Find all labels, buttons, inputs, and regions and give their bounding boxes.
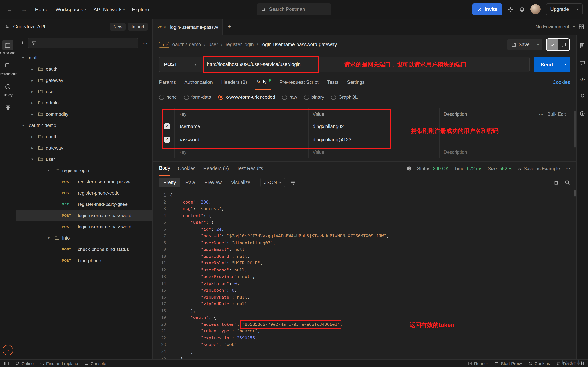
- documentation-icon[interactable]: [579, 43, 585, 49]
- tree-collection-oauth2-demo[interactable]: ▾oauth2-demo: [16, 120, 152, 131]
- kv-key-cell[interactable]: password: [174, 133, 308, 146]
- tree-folder-user[interactable]: ▸user: [16, 86, 152, 97]
- table-options-icon[interactable]: ⋯: [539, 111, 544, 117]
- save-as-example-button[interactable]: Save as Example: [517, 166, 560, 171]
- format-selector[interactable]: JSON ▾: [260, 178, 285, 187]
- find-and-replace-button[interactable]: Find and replace: [40, 361, 78, 366]
- notifications-bell-icon[interactable]: [519, 6, 525, 12]
- radio-selected-icon[interactable]: [218, 95, 223, 100]
- rail-collections[interactable]: Collections: [0, 40, 15, 55]
- breadcrumb-subfolder[interactable]: register-login: [225, 42, 254, 47]
- tree-folder-commodity[interactable]: ▸commodity: [16, 108, 152, 120]
- tree-request-register-phone-code[interactable]: POSTregister-phone-code: [16, 187, 152, 199]
- view-raw[interactable]: Raw: [181, 178, 199, 187]
- tree-collection-mall[interactable]: ▾mall: [16, 52, 152, 63]
- upgrade-dropdown[interactable]: ▾: [573, 4, 582, 15]
- save-dropdown[interactable]: ▾: [534, 39, 542, 50]
- kv-description-cell[interactable]: [440, 133, 570, 146]
- response-tab-cookies[interactable]: Cookies: [178, 162, 195, 175]
- response-options-icon[interactable]: ⋯: [565, 166, 570, 171]
- request-tab-params[interactable]: Params: [159, 75, 176, 90]
- chevron-down-icon[interactable]: ▾: [22, 56, 26, 60]
- key-placeholder[interactable]: Key: [174, 146, 308, 158]
- comment-icon[interactable]: [558, 39, 569, 50]
- body-mode-none[interactable]: none: [159, 94, 177, 100]
- value-placeholder[interactable]: Value: [308, 146, 440, 158]
- chevron-right-icon[interactable]: ▸: [32, 112, 35, 116]
- lightbulb-icon[interactable]: [580, 93, 585, 99]
- request-tab-headers[interactable]: Headers (8): [221, 75, 247, 90]
- radio-icon[interactable]: [282, 95, 287, 100]
- response-tab-test-results[interactable]: Test Results: [237, 162, 263, 175]
- chevron-right-icon[interactable]: ▸: [32, 146, 35, 150]
- code-snippet-icon[interactable]: </>: [580, 78, 585, 82]
- checkbox-checked[interactable]: ✓: [164, 124, 170, 129]
- new-tab-button[interactable]: +: [227, 23, 231, 30]
- rail-environments[interactable]: Environments: [0, 61, 17, 76]
- request-tab-tests[interactable]: Tests: [327, 75, 338, 90]
- tree-request-check-phone-bind-status[interactable]: POSTcheck-phone-bind-status: [16, 243, 152, 255]
- radio-icon[interactable]: [304, 95, 309, 100]
- two-pane-icon[interactable]: [579, 361, 584, 366]
- search-input[interactable]: Search Postman: [257, 3, 331, 15]
- start-proxy-button[interactable]: Start Proxy: [494, 361, 522, 366]
- chevron-down-icon[interactable]: ▾: [48, 236, 52, 240]
- request-tab-body[interactable]: Body: [256, 75, 271, 90]
- scrollbar-thumb[interactable]: [574, 190, 576, 197]
- breadcrumb-folder[interactable]: user: [209, 42, 218, 47]
- cookies-button[interactable]: Cookies: [528, 361, 550, 366]
- cookies-link[interactable]: Cookies: [553, 75, 570, 90]
- request-tab-authorization[interactable]: Authorization: [184, 75, 213, 90]
- kv-value-cell[interactable]: dingxinliang@123: [308, 133, 440, 146]
- tree-folder-gateway[interactable]: ▸gateway: [16, 75, 152, 86]
- kv-value-cell[interactable]: dingxinliang02: [308, 120, 440, 133]
- console-button[interactable]: Console: [84, 361, 106, 366]
- environment-quick-look-icon[interactable]: [579, 24, 584, 29]
- chevron-down-icon[interactable]: ▾: [48, 168, 52, 172]
- save-button[interactable]: Save ▾: [507, 39, 542, 50]
- request-tab-settings[interactable]: Settings: [347, 75, 364, 90]
- rail-apps[interactable]: [2, 102, 13, 113]
- network-globe-icon[interactable]: [406, 166, 412, 171]
- rename-pencil-icon[interactable]: [547, 39, 558, 50]
- import-button[interactable]: Import: [128, 23, 148, 31]
- method-selector[interactable]: POST ▾: [159, 57, 201, 72]
- tree-folder-gateway[interactable]: ▸gateway: [16, 142, 152, 153]
- description-placeholder[interactable]: Description: [440, 146, 570, 158]
- user-avatar[interactable]: [530, 4, 541, 14]
- tree-folder-register-login[interactable]: ▾register-login: [16, 165, 152, 176]
- tree-folder-user[interactable]: ▾user: [16, 153, 152, 165]
- chevron-right-icon[interactable]: ▸: [32, 67, 35, 71]
- scrollbar-thumb[interactable]: [574, 111, 576, 148]
- body-mode-x-www-form-urlencoded[interactable]: x-www-form-urlencoded: [218, 94, 275, 100]
- add-collection-button[interactable]: +: [21, 40, 24, 47]
- send-dropdown[interactable]: ▾: [560, 57, 570, 72]
- tree-request-login-username-password[interactable]: POSTlogin-username-password: [16, 221, 152, 232]
- upgrade-button[interactable]: Upgrade ▾: [546, 3, 583, 15]
- sidebar-options-icon[interactable]: ⋯: [142, 40, 148, 46]
- table-placeholder-row[interactable]: Key Value Description: [159, 146, 570, 158]
- tree-request-register-username-passw[interactable]: POSTregister-username-passw...: [16, 176, 152, 187]
- breadcrumb-collection[interactable]: oauth2-demo: [172, 42, 201, 47]
- back-icon[interactable]: ←: [5, 6, 13, 13]
- comments-icon[interactable]: [579, 60, 585, 66]
- kv-description-cell[interactable]: [440, 120, 570, 133]
- sidebar-filter-input[interactable]: [28, 38, 138, 48]
- body-mode-graphql[interactable]: GraphQL: [331, 94, 358, 100]
- tree-request-login-username-password[interactable]: POSTlogin-username-password...: [16, 210, 152, 221]
- chevron-right-icon[interactable]: ▸: [32, 134, 35, 138]
- nav-explore[interactable]: Explore: [132, 6, 149, 12]
- chevron-right-icon[interactable]: ▸: [32, 101, 35, 105]
- view-pretty[interactable]: Pretty: [159, 178, 180, 187]
- copy-icon[interactable]: [553, 180, 558, 185]
- connection-status[interactable]: Online: [15, 361, 34, 366]
- nav-home[interactable]: Home: [35, 6, 48, 12]
- url-input[interactable]: http://localhost:9090/user-service/user/…: [201, 62, 301, 67]
- chevron-down-icon[interactable]: ▾: [22, 123, 26, 127]
- tree-folder-oauth[interactable]: ▸oauth: [16, 63, 152, 75]
- request-name[interactable]: login-username-password-gateway: [261, 42, 337, 47]
- trash-button[interactable]: Trash: [556, 361, 573, 366]
- checkbox-checked[interactable]: ✓: [164, 137, 170, 142]
- environment-selector[interactable]: No Environment: [536, 24, 569, 29]
- wrap-lines-icon[interactable]: [291, 180, 296, 185]
